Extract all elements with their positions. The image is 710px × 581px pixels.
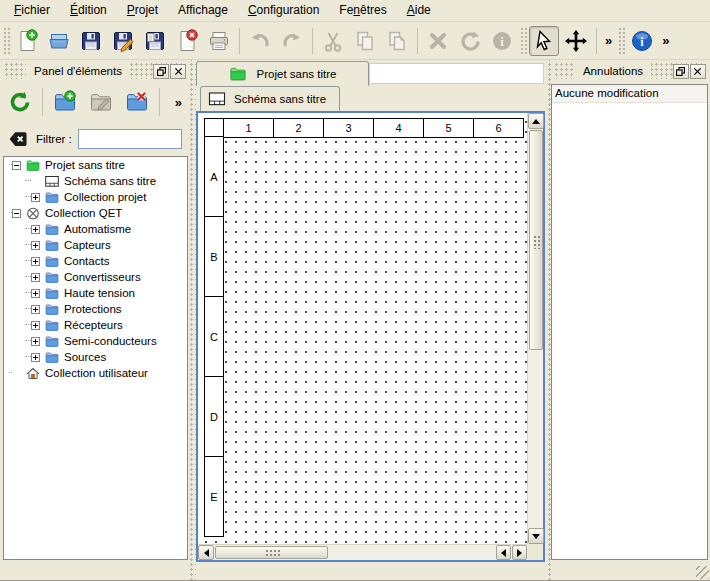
menu-edition[interactable]: Édition	[60, 0, 117, 21]
redo-button[interactable]	[277, 26, 307, 56]
frame-column-2: 2	[273, 118, 324, 138]
open-project-button[interactable]	[44, 26, 74, 56]
expand-icon[interactable]	[31, 289, 40, 298]
tree-item-collection-utilisateur[interactable]: Collection utilisateur	[4, 365, 187, 381]
save-button[interactable]	[76, 26, 106, 56]
new-project-button[interactable]	[12, 26, 42, 56]
undo-button[interactable]	[245, 26, 275, 56]
vertical-scroll-thumb[interactable]	[529, 130, 543, 350]
rotate-button[interactable]	[455, 26, 485, 56]
tree-item-convertisseurs[interactable]: Convertisseurs	[4, 269, 187, 285]
tree-item-label: Projet sans titre	[45, 159, 125, 171]
pan-mode-button[interactable]	[561, 26, 591, 56]
float-icon	[156, 66, 167, 77]
menu-aide[interactable]: Aide	[397, 0, 441, 21]
expand-icon[interactable]	[31, 241, 40, 250]
scroll-down-button[interactable]	[528, 528, 544, 544]
vertical-scrollbar[interactable]	[527, 113, 543, 544]
about-qet-button[interactable]: i	[627, 26, 657, 56]
undo-panel-close-button[interactable]	[690, 64, 706, 79]
paste-button[interactable]	[382, 26, 412, 56]
undo-panel-titlebar[interactable]: Annulations	[554, 63, 706, 79]
filter-input[interactable]	[78, 129, 182, 149]
left-splitter[interactable]	[188, 60, 196, 581]
elements-panel-float-button[interactable]	[153, 64, 169, 79]
schema-canvas[interactable]: 123456 ABCDE	[198, 113, 527, 544]
tree-item-semi-conducteurs[interactable]: Semi-conducteurs	[4, 333, 187, 349]
expand-icon[interactable]	[31, 305, 40, 314]
rotate-icon	[458, 29, 482, 53]
expand-icon[interactable]	[31, 353, 40, 362]
undo-list-item[interactable]: Aucune modification	[552, 85, 707, 103]
clear-filter-button[interactable]	[6, 129, 30, 149]
close-file-button[interactable]	[172, 26, 202, 56]
main-toolbar: i»i»	[0, 22, 710, 60]
scroll-left-button[interactable]	[198, 545, 214, 560]
collapse-icon[interactable]	[12, 161, 21, 170]
cut-button[interactable]	[318, 26, 348, 56]
float-icon	[675, 66, 686, 77]
tree-item-contacts[interactable]: Contacts	[4, 253, 187, 269]
horizontal-scrollbar[interactable]	[198, 544, 527, 560]
reload-collections-button[interactable]	[5, 87, 35, 117]
tree-item-protections[interactable]: Protections	[4, 301, 187, 317]
delete-icon	[426, 29, 450, 53]
select-mode-button[interactable]	[529, 26, 559, 56]
menu-affichage[interactable]: Affichage	[168, 0, 238, 21]
undo-panel-float-button[interactable]	[673, 64, 689, 79]
print-button[interactable]	[204, 26, 234, 56]
expand-icon[interactable]	[31, 337, 40, 346]
frame-row-c: C	[204, 296, 224, 377]
tree-item-capteurs[interactable]: Capteurs	[4, 237, 187, 253]
toolbar-handle[interactable]	[519, 26, 527, 56]
delete-button[interactable]	[423, 26, 453, 56]
expand-icon[interactable]	[31, 273, 40, 282]
elements-panel-titlebar[interactable]: Panel d'éléments	[4, 63, 186, 79]
tree-item-automatisme[interactable]: Automatisme	[4, 221, 187, 237]
qet-icon	[25, 206, 41, 221]
tree-item-collection-projet[interactable]: Collection projet	[4, 189, 187, 205]
expand-icon[interactable]	[31, 225, 40, 234]
toolbar-overflow-button[interactable]: »	[658, 33, 673, 48]
menu-fichier[interactable]: Fichier	[4, 0, 60, 21]
elements-panel-close-button[interactable]	[170, 64, 186, 79]
scroll-right-button[interactable]	[512, 545, 527, 560]
tab-project[interactable]: Projet sans titre	[196, 61, 369, 86]
horizontal-scroll-thumb[interactable]	[215, 546, 328, 559]
menu-fenetres[interactable]: Fenêtres	[329, 0, 396, 21]
tree-item-sche-ma-sans-titre[interactable]: Schéma sans titre	[4, 173, 187, 189]
expand-icon[interactable]	[31, 257, 40, 266]
tree-item-sources[interactable]: Sources	[4, 349, 187, 365]
scrollbar-corner	[527, 544, 543, 560]
expand-icon[interactable]	[31, 193, 40, 202]
schema-icon	[208, 90, 226, 108]
menu-bar: FichierÉditionProjetAffichageConfigurati…	[0, 0, 710, 22]
edit-category-button[interactable]	[86, 87, 116, 117]
new-category-button[interactable]	[50, 87, 80, 117]
toolbar-separator	[312, 28, 313, 54]
scroll-left-button-2[interactable]	[496, 545, 511, 560]
tree-item-re-cepteurs[interactable]: Récepteurs	[4, 317, 187, 333]
schema-tabbar: Schéma sans titre	[196, 86, 546, 111]
tree-item-projet-sans-titre[interactable]: Projet sans titre	[4, 157, 187, 173]
toolbar-overflow-button[interactable]: »	[601, 33, 616, 48]
menu-projet[interactable]: Projet	[117, 0, 168, 21]
elements-toolbar-overflow-button[interactable]: »	[175, 95, 182, 110]
save-all-button[interactable]	[140, 26, 170, 56]
properties-button[interactable]: i	[487, 26, 517, 56]
collapse-icon[interactable]	[12, 209, 21, 218]
window-size-grip[interactable]	[696, 566, 709, 579]
tree-item-haute-tension[interactable]: Haute tension	[4, 285, 187, 301]
qelectrotech-window: FichierÉditionProjetAffichageConfigurati…	[0, 0, 710, 581]
menu-configuration[interactable]: Configuration	[238, 0, 329, 21]
copy-button[interactable]	[350, 26, 380, 56]
tab-schema[interactable]: Schéma sans titre	[200, 86, 340, 111]
expand-icon[interactable]	[31, 321, 40, 330]
save-as-button[interactable]	[108, 26, 138, 56]
scroll-up-button[interactable]	[528, 113, 544, 129]
undo-panel-title: Annulations	[575, 63, 651, 79]
toolbar-handle[interactable]	[2, 26, 10, 56]
delete-category-button[interactable]	[122, 87, 152, 117]
toolbar-handle[interactable]	[617, 26, 625, 56]
tree-item-collection-qet[interactable]: Collection QET	[4, 205, 187, 221]
